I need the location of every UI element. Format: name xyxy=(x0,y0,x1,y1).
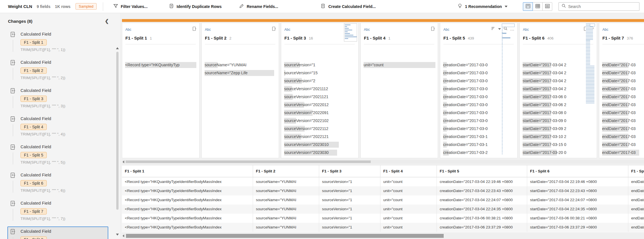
field-value-row[interactable]: startDate="2017-03-09 2 xyxy=(523,125,596,133)
field-value-row[interactable]: sourceVersion="2022121 xyxy=(284,133,357,141)
value-text: endDate="2017-03 xyxy=(602,93,644,101)
field-value-row[interactable]: sourceVersion="2022091 xyxy=(284,109,357,117)
field-value-row[interactable]: sourceName="YUNMAI xyxy=(205,61,278,69)
field-value-row[interactable]: endDate="2017-03 xyxy=(602,141,644,149)
field-value-row[interactable]: startDate="2017-03-04 2 xyxy=(523,61,596,69)
calculated-field-icon xyxy=(10,172,16,193)
recommendation-dropdown[interactable]: 1 Recommendation xyxy=(458,3,508,9)
field-value-row[interactable]: endDate="2017-03 xyxy=(602,85,644,93)
field-value-row[interactable]: sourceVersion="2021112 xyxy=(284,85,357,93)
field-value-row[interactable]: sourceVersion="2022112 xyxy=(284,125,357,133)
field-card-header: Abc F1 - Split 1 1 xyxy=(122,23,199,44)
change-list-item[interactable]: Calculated Field F1 - Split 8 xyxy=(7,226,108,239)
field-name[interactable]: F1 - Split 5 xyxy=(443,36,465,40)
field-value-row[interactable]: startDate="2017-03-15 0 xyxy=(523,141,596,149)
profile-view-toggle[interactable] xyxy=(523,2,533,11)
value-distribution-minimap[interactable] xyxy=(502,24,515,154)
filter-values-button[interactable]: Filter Values... xyxy=(113,4,148,9)
profile-and-grid-pane: Abc F1 - Split 1 1 xyxy=(121,13,644,239)
changes-header-label: Changes (8) xyxy=(8,19,32,24)
field-value-row[interactable]: startDate="2017-03-04 2 xyxy=(523,77,596,85)
field-value-row[interactable]: endDate="2017-03 xyxy=(602,101,644,109)
minimap-viewport[interactable] xyxy=(590,24,595,26)
field-value-row[interactable]: sourceVersion="1 xyxy=(284,61,357,69)
field-value-row[interactable]: sourceName="Zepp Life xyxy=(205,69,278,77)
change-list-item[interactable]: Calculated Field F1 - Split 7 TRIM(SPLIT… xyxy=(7,198,108,223)
scroll-up-icon[interactable] xyxy=(116,47,119,49)
search-input[interactable] xyxy=(568,4,636,9)
change-list-item[interactable]: Calculated Field F1 - Split 5 TRIM(SPLIT… xyxy=(7,142,108,166)
field-value-row[interactable]: sourceVersion="2023030 xyxy=(284,149,357,157)
field-value-row[interactable]: sourceVersion="2023010 xyxy=(284,141,357,149)
scrollbar-thumb[interactable] xyxy=(126,160,371,163)
grid-column-header: F1 - Split 6 xyxy=(527,165,628,177)
scroll-left-icon[interactable] xyxy=(123,234,124,237)
field-value-row[interactable]: startDate="2017-03-09 0 xyxy=(523,117,596,125)
field-value-row[interactable]: startDate="2017-03-20 0 xyxy=(523,149,596,157)
field-value-row[interactable]: sourceVersion="15 xyxy=(284,69,357,77)
grid-view-toggle[interactable] xyxy=(533,2,543,11)
field-value-row[interactable]: startDate="2017-03-08 0 xyxy=(523,109,596,117)
chevron-down-icon[interactable] xyxy=(498,28,501,30)
field-value-row[interactable]: endDate="2017-03 xyxy=(602,69,644,77)
value-text: creationDate="2017-03-1 xyxy=(443,133,500,141)
field-value-row[interactable]: endDate="2017-03 xyxy=(602,117,644,125)
field-value-row[interactable]: endDate="2017-03 xyxy=(602,149,644,157)
collapse-panel-icon[interactable]: ❮ xyxy=(105,18,109,24)
page-options-icon[interactable] xyxy=(431,26,435,32)
field-value-row[interactable]: endDate="2017-03 xyxy=(602,93,644,101)
change-type-label: Calculated Field xyxy=(21,59,105,65)
grid-cell: creationDate="2017-03-04 22:19:46 +0800 xyxy=(437,177,527,186)
change-list-item[interactable]: Calculated Field F1 - Split 6 TRIM(SPLIT… xyxy=(7,170,108,195)
grid-cell: sourceName="YUNMAI xyxy=(253,214,319,223)
change-list-item[interactable]: Calculated Field F1 - Split 2 TRIM(SPLIT… xyxy=(7,57,108,82)
value-text: <Record type="HKQuantityTyp xyxy=(125,61,198,69)
field-value-row[interactable]: endDate="2017-03 xyxy=(602,61,644,69)
page-options-icon[interactable] xyxy=(192,26,197,32)
value-distribution-minimap[interactable] xyxy=(586,24,595,104)
field-value-row[interactable]: startDate="2017-03-04 2 xyxy=(523,85,596,93)
field-value-row[interactable]: sourceVersion="2 xyxy=(284,77,357,85)
sort-icon[interactable] xyxy=(491,26,496,32)
field-value-row[interactable]: startDate="2017-03-06 0 xyxy=(523,93,596,101)
field-value-row[interactable]: sourceVersion="2021121 xyxy=(284,93,357,101)
grid-cell: creationDate="2017-03-04 22:24:35 +0800 xyxy=(437,205,527,214)
list-view-toggle[interactable] xyxy=(542,2,552,11)
value-text: startDate="2017-03-09 2 xyxy=(523,125,584,133)
identify-duplicate-rows-button[interactable]: Identify Duplicate Rows xyxy=(169,4,222,9)
change-list-item[interactable]: Calculated Field F1 - Split 4 TRIM(SPLIT… xyxy=(7,114,108,138)
scrollbar-thumb[interactable] xyxy=(116,52,119,210)
field-name[interactable]: F1 - Split 6 xyxy=(523,36,545,40)
rename-fields-button[interactable]: Rename Fields... xyxy=(239,4,278,9)
minimap-viewport[interactable] xyxy=(502,24,515,27)
field-value-row[interactable]: startDate="2017-03-10 2 xyxy=(523,133,596,141)
scroll-down-icon[interactable] xyxy=(116,234,119,236)
change-item-content: Calculated Field F1 - Split 4 TRIM(SPLIT… xyxy=(21,116,105,136)
field-value-row[interactable]: startDate="2017-03-06 2 xyxy=(523,101,596,109)
field-value-row[interactable]: endDate="2017-03 xyxy=(602,77,644,85)
field-name[interactable]: F1 - Split 2 xyxy=(205,36,227,40)
field-value-row[interactable]: sourceVersion="2022102 xyxy=(284,117,357,125)
field-value-row[interactable]: endDate="2017-03 xyxy=(602,125,644,133)
change-list-item[interactable]: Calculated Field F1 - Split 1 TRIM(SPLIT… xyxy=(7,29,108,54)
field-value-list: unit="count xyxy=(364,61,437,157)
field-value-row[interactable]: sourceVersion="2022012 xyxy=(284,101,357,109)
create-calculated-field-button[interactable]: Create Calculated Field... xyxy=(321,4,376,9)
page-options-icon[interactable] xyxy=(272,26,276,32)
field-name[interactable]: F1 - Split 3 xyxy=(284,36,306,40)
value-distribution-minimap[interactable] xyxy=(344,23,357,42)
scrollbar-thumb[interactable] xyxy=(126,234,444,238)
field-value-row[interactable]: <Record type="HKQuantityTyp xyxy=(125,61,198,69)
field-value-row[interactable]: startDate="2017-03-04 2 xyxy=(523,69,596,77)
field-name[interactable]: F1 - Split 4 xyxy=(364,36,386,40)
field-name[interactable]: F1 - Split 1 xyxy=(125,36,147,40)
field-value-row[interactable]: unit="count xyxy=(364,61,437,69)
value-text: sourceName="Zepp Life xyxy=(205,69,278,77)
toolbar-divider xyxy=(103,2,103,11)
field-value-row[interactable]: endDate="2017-03 xyxy=(602,109,644,117)
field-value-row[interactable]: endDate="2017-03 xyxy=(602,133,644,141)
change-list-item[interactable]: Calculated Field F1 - Split 3 TRIM(SPLIT… xyxy=(7,86,108,110)
value-text: sourceVersion="2022121 xyxy=(284,133,357,141)
field-name[interactable]: F1 - Split 7 xyxy=(602,36,624,40)
scroll-left-icon[interactable] xyxy=(123,160,124,163)
